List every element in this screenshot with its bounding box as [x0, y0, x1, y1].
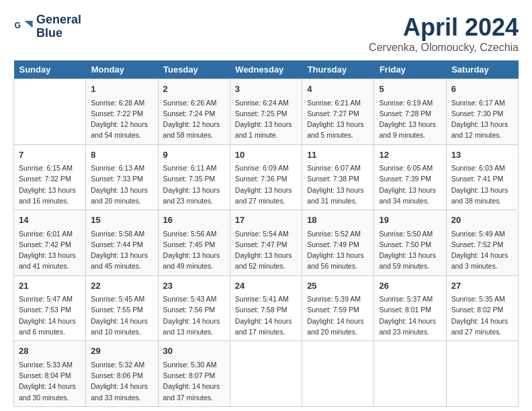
day-info: Sunrise: 6:17 AM Sunset: 7:30 PM Dayligh… [451, 97, 513, 141]
logo: G General Blue [13, 13, 81, 40]
day-info: Sunrise: 5:45 AM Sunset: 7:55 PM Dayligh… [91, 293, 152, 337]
calendar-cell: 3Sunrise: 6:24 AM Sunset: 7:25 PM Daylig… [230, 79, 302, 145]
day-info: Sunrise: 6:11 AM Sunset: 7:35 PM Dayligh… [163, 163, 225, 206]
calendar-cell: 17Sunrise: 5:54 AM Sunset: 7:47 PM Dayli… [230, 210, 302, 276]
calendar-week-4: 21Sunrise: 5:47 AM Sunset: 7:53 PM Dayli… [14, 275, 519, 341]
day-info: Sunrise: 5:32 AM Sunset: 8:06 PM Dayligh… [91, 359, 152, 403]
day-number: 15 [91, 214, 152, 227]
calendar-cell: 19Sunrise: 5:50 AM Sunset: 7:50 PM Dayli… [374, 210, 446, 276]
calendar-cell [302, 341, 374, 407]
day-info: Sunrise: 5:52 AM Sunset: 7:49 PM Dayligh… [307, 228, 369, 272]
day-info: Sunrise: 5:56 AM Sunset: 7:45 PM Dayligh… [163, 228, 225, 272]
day-info: Sunrise: 6:19 AM Sunset: 7:28 PM Dayligh… [379, 97, 441, 141]
calendar-cell [374, 341, 446, 407]
calendar-cell: 28Sunrise: 5:33 AM Sunset: 8:04 PM Dayli… [14, 341, 86, 407]
day-number: 10 [235, 148, 297, 162]
day-number: 19 [379, 214, 441, 227]
day-number: 23 [163, 279, 225, 293]
calendar-cell: 14Sunrise: 6:01 AM Sunset: 7:42 PM Dayli… [14, 210, 86, 276]
day-number: 20 [451, 214, 513, 227]
calendar-cell: 6Sunrise: 6:17 AM Sunset: 7:30 PM Daylig… [446, 79, 518, 145]
calendar-cell: 15Sunrise: 5:58 AM Sunset: 7:44 PM Dayli… [86, 210, 158, 276]
calendar-table: SundayMondayTuesdayWednesdayThursdayFrid… [13, 60, 519, 407]
day-info: Sunrise: 6:24 AM Sunset: 7:25 PM Dayligh… [235, 97, 297, 141]
weekday-header-monday: Monday [86, 60, 158, 79]
day-info: Sunrise: 5:47 AM Sunset: 7:53 PM Dayligh… [19, 293, 81, 337]
day-info: Sunrise: 5:37 AM Sunset: 8:01 PM Dayligh… [379, 293, 441, 337]
day-number: 13 [451, 148, 513, 162]
day-info: Sunrise: 5:33 AM Sunset: 8:04 PM Dayligh… [19, 359, 81, 403]
calendar-cell: 21Sunrise: 5:47 AM Sunset: 7:53 PM Dayli… [14, 275, 86, 341]
calendar-week-2: 7Sunrise: 6:15 AM Sunset: 7:32 PM Daylig… [14, 144, 519, 210]
day-info: Sunrise: 5:30 AM Sunset: 8:07 PM Dayligh… [163, 359, 225, 403]
svg-text:G: G [15, 20, 21, 30]
calendar-week-1: 1Sunrise: 6:28 AM Sunset: 7:22 PM Daylig… [14, 79, 519, 145]
day-number: 30 [163, 345, 225, 358]
calendar-cell: 20Sunrise: 5:49 AM Sunset: 7:52 PM Dayli… [446, 210, 518, 276]
location-title: Cervenka, Olomoucky, Czechia [369, 42, 519, 54]
day-number: 18 [307, 214, 369, 227]
weekday-header-wednesday: Wednesday [230, 60, 302, 79]
calendar-cell: 10Sunrise: 6:09 AM Sunset: 7:36 PM Dayli… [230, 144, 302, 210]
logo-icon: G [13, 17, 34, 37]
calendar-cell: 11Sunrise: 6:07 AM Sunset: 7:38 PM Dayli… [302, 144, 374, 210]
day-info: Sunrise: 5:58 AM Sunset: 7:44 PM Dayligh… [91, 228, 152, 272]
weekday-header-tuesday: Tuesday [158, 60, 230, 79]
calendar-cell: 18Sunrise: 5:52 AM Sunset: 7:49 PM Dayli… [302, 210, 374, 276]
day-number: 26 [379, 279, 441, 293]
calendar-cell: 8Sunrise: 6:13 AM Sunset: 7:33 PM Daylig… [86, 144, 158, 210]
calendar-cell: 2Sunrise: 6:26 AM Sunset: 7:24 PM Daylig… [158, 79, 230, 145]
day-number: 3 [235, 83, 297, 96]
day-number: 17 [235, 214, 297, 227]
weekday-header-sunday: Sunday [14, 60, 86, 79]
day-number: 28 [19, 345, 81, 358]
weekday-header-row: SundayMondayTuesdayWednesdayThursdayFrid… [14, 60, 519, 79]
day-number: 22 [91, 279, 152, 293]
day-number: 25 [307, 279, 369, 293]
day-number: 27 [451, 279, 513, 293]
day-info: Sunrise: 5:49 AM Sunset: 7:52 PM Dayligh… [451, 228, 513, 272]
day-info: Sunrise: 6:05 AM Sunset: 7:39 PM Dayligh… [379, 163, 441, 206]
day-number: 12 [379, 148, 441, 162]
day-number: 2 [163, 83, 225, 96]
logo-text: General Blue [36, 13, 81, 40]
calendar-cell: 22Sunrise: 5:45 AM Sunset: 7:55 PM Dayli… [86, 275, 158, 341]
calendar-cell: 26Sunrise: 5:37 AM Sunset: 8:01 PM Dayli… [374, 275, 446, 341]
day-info: Sunrise: 6:15 AM Sunset: 7:32 PM Dayligh… [19, 163, 81, 206]
day-info: Sunrise: 6:03 AM Sunset: 7:41 PM Dayligh… [451, 163, 513, 206]
day-number: 29 [91, 345, 152, 358]
calendar-cell: 23Sunrise: 5:43 AM Sunset: 7:56 PM Dayli… [158, 275, 230, 341]
day-number: 14 [19, 214, 81, 227]
calendar-cell: 13Sunrise: 6:03 AM Sunset: 7:41 PM Dayli… [446, 144, 518, 210]
day-number: 9 [163, 148, 225, 162]
calendar-week-5: 28Sunrise: 5:33 AM Sunset: 8:04 PM Dayli… [14, 341, 519, 407]
day-number: 21 [19, 279, 81, 293]
calendar-cell: 25Sunrise: 5:39 AM Sunset: 7:59 PM Dayli… [302, 275, 374, 341]
calendar-cell [446, 341, 518, 407]
month-title: April 2024 [369, 13, 519, 42]
day-number: 4 [307, 83, 369, 96]
calendar-cell: 5Sunrise: 6:19 AM Sunset: 7:28 PM Daylig… [374, 79, 446, 145]
calendar-cell: 9Sunrise: 6:11 AM Sunset: 7:35 PM Daylig… [158, 144, 230, 210]
weekday-header-friday: Friday [374, 60, 446, 79]
weekday-header-thursday: Thursday [302, 60, 374, 79]
calendar-cell: 24Sunrise: 5:41 AM Sunset: 7:58 PM Dayli… [230, 275, 302, 341]
day-info: Sunrise: 6:26 AM Sunset: 7:24 PM Dayligh… [163, 97, 225, 141]
day-info: Sunrise: 5:50 AM Sunset: 7:50 PM Dayligh… [379, 228, 441, 272]
day-number: 11 [307, 148, 369, 162]
day-info: Sunrise: 5:54 AM Sunset: 7:47 PM Dayligh… [235, 228, 297, 272]
calendar-week-3: 14Sunrise: 6:01 AM Sunset: 7:42 PM Dayli… [14, 210, 519, 276]
calendar-cell: 30Sunrise: 5:30 AM Sunset: 8:07 PM Dayli… [158, 341, 230, 407]
day-number: 16 [163, 214, 225, 227]
calendar-cell: 1Sunrise: 6:28 AM Sunset: 7:22 PM Daylig… [86, 79, 158, 145]
calendar-cell: 7Sunrise: 6:15 AM Sunset: 7:32 PM Daylig… [14, 144, 86, 210]
calendar-cell [14, 79, 86, 145]
day-info: Sunrise: 5:43 AM Sunset: 7:56 PM Dayligh… [163, 293, 225, 337]
day-number: 1 [91, 83, 152, 96]
calendar-cell: 12Sunrise: 6:05 AM Sunset: 7:39 PM Dayli… [374, 144, 446, 210]
page-header: G General Blue April 2024 Cervenka, Olom… [13, 13, 519, 54]
weekday-header-saturday: Saturday [446, 60, 518, 79]
calendar-cell: 4Sunrise: 6:21 AM Sunset: 7:27 PM Daylig… [302, 79, 374, 145]
svg-marker-1 [25, 21, 33, 28]
calendar-cell: 27Sunrise: 5:35 AM Sunset: 8:02 PM Dayli… [446, 275, 518, 341]
